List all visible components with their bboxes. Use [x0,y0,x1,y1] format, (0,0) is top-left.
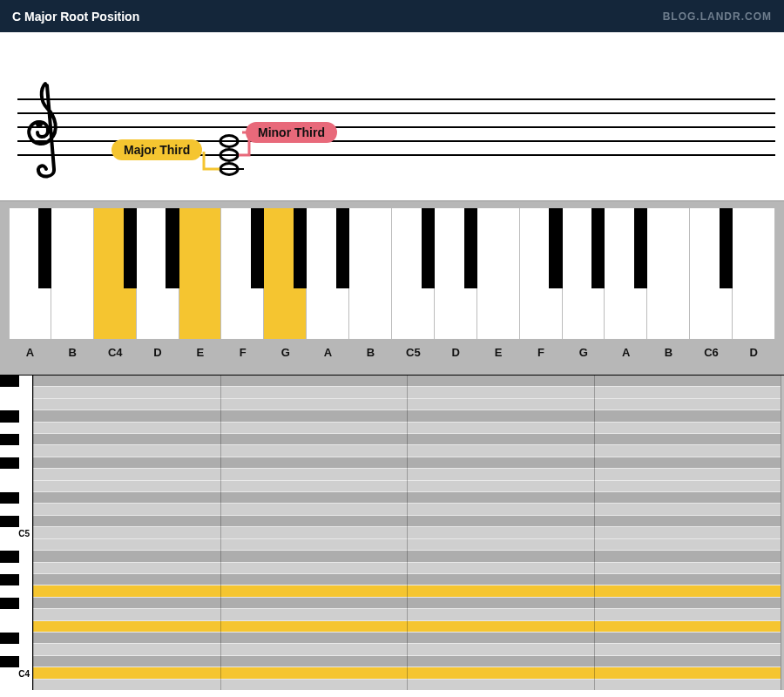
key-label: D [137,346,179,359]
gutter-key [0,574,33,585]
white-key[interactable] [179,208,222,339]
key-label: E [477,346,520,359]
gutter-key [0,399,33,410]
key-label: B [51,346,94,359]
gutter-key [0,516,33,527]
piano-roll-gutter: C5C4 [0,376,33,690]
key-label: C6 [690,346,733,359]
white-key[interactable] [477,208,520,339]
key-label: D [435,346,477,359]
svg-point-6 [36,120,43,127]
treble-clef-icon [29,84,56,177]
key-label: D [733,346,775,359]
beat-line [781,376,781,690]
key-label: G [562,346,605,359]
gutter-key [0,656,33,667]
staff-svg [0,33,784,200]
gutter-key [0,481,33,492]
white-key[interactable] [647,208,690,339]
gutter-key [0,644,33,655]
white-key[interactable] [349,208,392,339]
gutter-key: C5 [0,527,33,538]
page-title: C Major Root Position [12,10,139,24]
key-label: B [647,346,690,359]
key-label: C5 [392,346,435,359]
key-label: F [221,346,264,359]
gutter-key [0,621,33,633]
key-label: E [179,346,222,359]
gutter-key [0,585,33,597]
piano-roll[interactable]: C5C4 [0,375,784,690]
gutter-key [0,387,33,398]
gutter-key [0,445,33,457]
key-label: B [349,346,392,359]
gutter-key [0,504,33,515]
header-bar: C Major Root Position BLOG.LANDR.COM [0,0,784,33]
white-key[interactable] [51,208,94,339]
keyboard-section: ABC4DEFGABC5DEFGABC6D [0,200,784,375]
minor-third-label: Minor Third [246,122,337,143]
brand-label: BLOG.LANDR.COM [663,10,772,23]
piano-roll-grid [33,376,781,690]
major-third-label: Major Third [112,139,202,160]
gutter-key [0,423,33,434]
beat-line [33,376,34,690]
gutter-key [0,609,33,620]
piano-keyboard[interactable] [9,208,775,339]
beat-line [594,376,595,690]
beat-line [220,376,221,690]
key-label: A [307,346,349,359]
gutter-key [0,434,33,445]
gutter-key [0,410,33,422]
gutter-key [0,376,33,387]
gutter-key [0,563,33,574]
gutter-key [0,633,33,644]
key-labels-row: ABC4DEFGABC5DEFGABC6D [9,339,775,359]
key-label: F [520,346,563,359]
gutter-key: C4 [0,667,33,679]
gutter-key [0,469,33,480]
key-label: A [9,346,51,359]
beat-line [407,376,408,690]
gutter-label: C4 [18,668,30,678]
music-staff: Major Third Minor Third [0,33,784,200]
gutter-key [0,680,33,690]
gutter-label: C5 [18,528,30,538]
gutter-key [0,598,33,609]
gutter-key [0,492,33,504]
white-key[interactable] [733,208,775,339]
key-label: C4 [94,346,137,359]
gutter-key [0,457,33,469]
gutter-key [0,539,33,551]
gutter-key [0,551,33,562]
key-label: A [605,346,647,359]
key-label: G [264,346,307,359]
